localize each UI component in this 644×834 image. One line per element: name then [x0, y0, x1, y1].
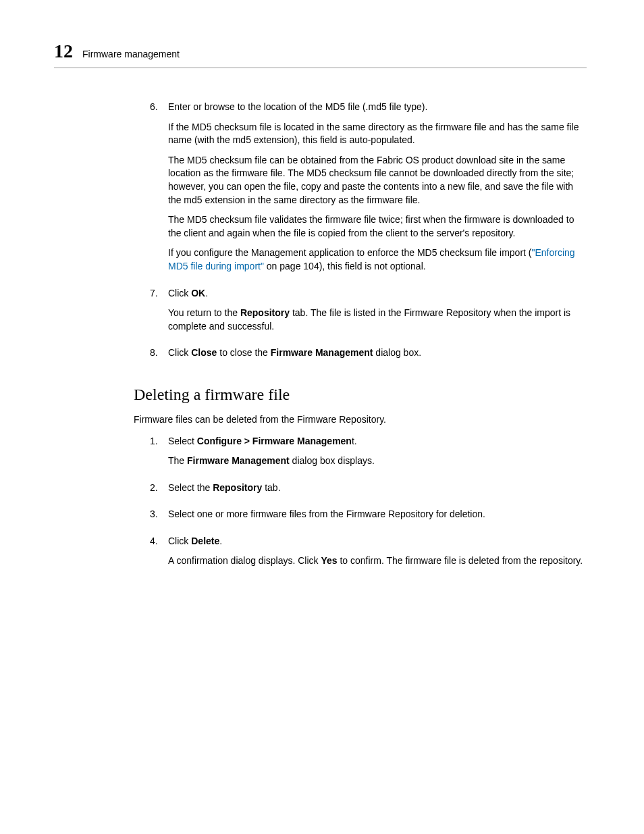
- list-item-1: 1. Select Configure > Firmware Managemen…: [150, 435, 587, 475]
- list-item-8: 8. Click Close to close the Firmware Man…: [150, 346, 587, 367]
- list-body: Click OK. You return to the Repository t…: [168, 287, 587, 340]
- section-intro: Firmware files can be deleted from the F…: [134, 413, 587, 427]
- step-text: Select Configure > Firmware Management.: [168, 435, 587, 448]
- text-span: You return to the: [168, 307, 240, 318]
- bold-text: Repository: [240, 307, 290, 318]
- list-body: Select the Repository tab.: [168, 481, 587, 502]
- text-span: to close the: [217, 347, 270, 358]
- list-item-7: 7. Click OK. You return to the Repositor…: [150, 287, 587, 340]
- list-number: 1.: [150, 435, 165, 475]
- text-span: .: [205, 288, 208, 298]
- list-item-2: 2. Select the Repository tab.: [150, 481, 587, 502]
- step-text: Enter or browse to the location of the M…: [168, 101, 587, 114]
- header-title: Firmware management: [82, 49, 180, 59]
- list-number: 4.: [150, 535, 165, 575]
- text-span: If you configure the Management applicat…: [168, 247, 532, 258]
- list-number: 6.: [150, 101, 165, 280]
- bold-text: Delete: [191, 536, 219, 546]
- text-span: Select the: [168, 482, 213, 493]
- bold-text: OK: [191, 288, 205, 298]
- header-divider: [54, 68, 587, 68]
- step-para: The Firmware Management dialog box displ…: [168, 454, 587, 468]
- list-item-4: 4. Click Delete. A confirmation dialog d…: [150, 535, 587, 575]
- list-number: 7.: [150, 287, 165, 340]
- text-span: Click: [168, 347, 191, 358]
- bold-text: Configure > Firmware Managemen: [197, 436, 352, 446]
- text-span: to confirm. The firmware file is deleted…: [338, 555, 583, 566]
- bold-text: Repository: [213, 482, 262, 493]
- list-body: Select one or more firmware files from t…: [168, 508, 587, 528]
- bold-text: Firmware Management: [271, 347, 373, 358]
- text-span: t.: [352, 436, 357, 446]
- bold-text: Close: [191, 347, 217, 358]
- text-span: A confirmation dialog displays. Click: [168, 555, 321, 566]
- page-number: 12: [54, 41, 73, 62]
- list-number: 8.: [150, 346, 165, 367]
- page-header: 12 Firmware management: [54, 41, 587, 62]
- text-span: Select: [168, 436, 197, 446]
- step-text: Click OK.: [168, 287, 587, 301]
- content-body: 6. Enter or browse to the location of th…: [150, 101, 587, 575]
- text-span: .: [219, 536, 222, 546]
- step-text: Select the Repository tab.: [168, 481, 587, 495]
- step-para: If the MD5 checksum file is located in t…: [168, 121, 587, 147]
- section-heading: Deleting a firmware file: [134, 386, 587, 404]
- list-body: Click Delete. A confirmation dialog disp…: [168, 535, 587, 575]
- text-span: The: [168, 455, 187, 466]
- text-span: Click: [168, 288, 191, 298]
- bold-text: Firmware Management: [187, 455, 290, 466]
- list-body: Enter or browse to the location of the M…: [168, 101, 587, 280]
- list-body: Select Configure > Firmware Management. …: [168, 435, 587, 475]
- list-item-6: 6. Enter or browse to the location of th…: [150, 101, 587, 280]
- text-span: tab.: [262, 482, 280, 493]
- step-text: Click Close to close the Firmware Manage…: [168, 346, 587, 360]
- bold-text: Yes: [321, 555, 337, 566]
- step-para: If you configure the Management applicat…: [168, 246, 587, 273]
- step-text: Select one or more firmware files from t…: [168, 508, 587, 521]
- list-number: 3.: [150, 508, 165, 528]
- step-para: The MD5 checksum file validates the firm…: [168, 213, 587, 240]
- text-span: on page 104), this field is not optional…: [264, 261, 426, 271]
- step-para: You return to the Repository tab. The fi…: [168, 307, 587, 333]
- list-number: 2.: [150, 481, 165, 502]
- text-span: dialog box.: [373, 347, 421, 358]
- list-item-3: 3. Select one or more firmware files fro…: [150, 508, 587, 528]
- step-para: A confirmation dialog displays. Click Ye…: [168, 554, 587, 568]
- list-body: Click Close to close the Firmware Manage…: [168, 346, 587, 367]
- text-span: Click: [168, 536, 191, 546]
- step-text: Click Delete.: [168, 535, 587, 548]
- step-para: The MD5 checksum file can be obtained fr…: [168, 154, 587, 207]
- text-span: dialog box displays.: [290, 455, 375, 466]
